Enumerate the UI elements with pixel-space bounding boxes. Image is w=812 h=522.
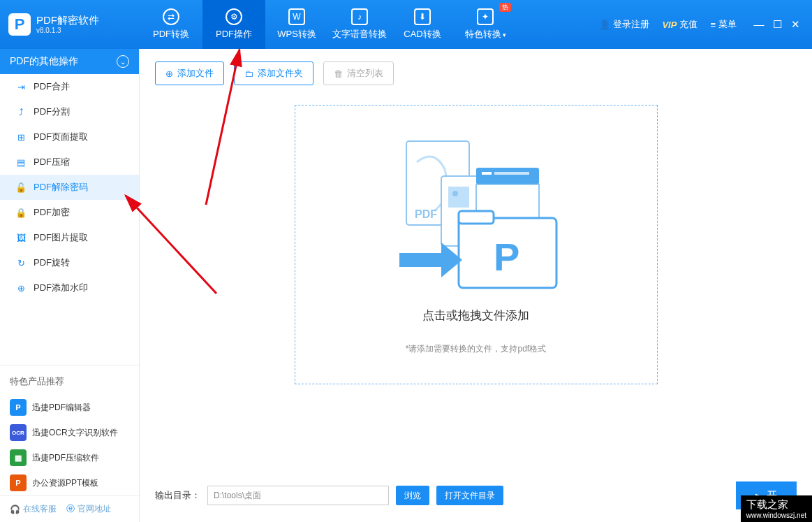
menu-icon: ≡ — [710, 20, 716, 30]
drop-zone[interactable]: PDF P 点击或拖拽文件添加 *请添加需要转换的文件，支持 — [295, 105, 658, 384]
wps-icon: W — [288, 8, 305, 25]
sidebar-item-merge[interactable]: ⇥PDF合并 — [0, 74, 139, 99]
online-service[interactable]: 🎧在线客服 — [10, 503, 57, 515]
sidebar-item-remove-password[interactable]: 🔓PDF解除密码 — [0, 175, 139, 200]
tab-wps-convert[interactable]: W WPS转换 — [265, 0, 328, 49]
split-icon: ⤴ — [15, 106, 27, 117]
add-file-icon: ⊕ — [165, 68, 173, 79]
promo-compress[interactable]: ▦迅捷PDF压缩软件 — [0, 445, 139, 470]
menu-button[interactable]: ≡ 菜单 — [710, 18, 737, 31]
close-button[interactable]: ✕ — [790, 18, 801, 31]
ie-icon: ⓔ — [66, 503, 75, 515]
sidebar-item-rotate[interactable]: ↻PDF旋转 — [0, 250, 139, 275]
sidebar-item-watermark[interactable]: ⊕PDF添加水印 — [0, 275, 139, 300]
tab-label: CAD转换 — [404, 28, 441, 41]
drop-hint-text: *请添加需要转换的文件，支持pdf格式 — [406, 343, 546, 355]
promo-icon: P — [10, 399, 27, 416]
svg-text:P: P — [494, 235, 519, 279]
app-header: P PDF解密软件 v8.0.1.3 ⇄ PDF转换 ⚙ PDF操作 W WPS… — [0, 0, 812, 49]
tab-label: PDF操作 — [216, 28, 252, 41]
chevron-down-icon: ▾ — [503, 31, 506, 38]
sidebar-item-split[interactable]: ⤴PDF分割 — [0, 99, 139, 124]
tab-text-speech[interactable]: ♪ 文字语音转换 — [328, 0, 391, 49]
sidebar-item-encrypt[interactable]: 🔒PDF加密 — [0, 200, 139, 225]
sidebar-item-extract-page[interactable]: ⊞PDF页面提取 — [0, 124, 139, 150]
clear-list-button[interactable]: 🗑清空列表 — [323, 61, 394, 85]
promo-icon: ▦ — [10, 449, 27, 466]
sidebar-promo: 特色产品推荐 P迅捷PDF编辑器 OCR迅捷OCR文字识别软件 ▦迅捷PDF压缩… — [0, 365, 139, 522]
tab-special-convert[interactable]: 热 ✦ 特色转换▾ — [454, 0, 517, 49]
tab-label: 文字语音转换 — [332, 28, 387, 41]
header-right: 👤 登录注册 VIP 充值 ≡ 菜单 — ☐ ✕ — [599, 18, 812, 31]
svg-text:PDF: PDF — [415, 208, 437, 220]
watermark-icon: ⊕ — [15, 282, 27, 293]
sidebar-footer: 🎧在线客服 ⓔ官网地址 — [0, 495, 139, 522]
extract-page-icon: ⊞ — [15, 131, 27, 143]
cad-icon: ⬇ — [414, 8, 431, 25]
convert-icon: ⇄ — [163, 8, 179, 25]
hot-badge: 热 — [499, 3, 511, 12]
tab-label: 特色转换 — [465, 29, 501, 39]
promo-icon: P — [10, 474, 27, 491]
drop-main-text: 点击或拖拽文件添加 — [422, 307, 529, 324]
rotate-icon: ↻ — [15, 257, 27, 268]
user-icon: 👤 — [599, 20, 610, 30]
compress-icon: ▤ — [15, 157, 27, 168]
tab-pdf-operate[interactable]: ⚙ PDF操作 — [202, 0, 265, 49]
sidebar-item-extract-image[interactable]: 🖼PDF图片提取 — [0, 225, 139, 250]
official-site[interactable]: ⓔ官网地址 — [66, 503, 111, 515]
special-icon: ✦ — [477, 8, 494, 25]
browse-button[interactable]: 浏览 — [396, 486, 429, 505]
login-register[interactable]: 👤 登录注册 — [599, 18, 649, 31]
svg-rect-8 — [494, 172, 529, 175]
image-icon: 🖼 — [15, 232, 27, 243]
promo-title: 特色产品推荐 — [0, 365, 139, 395]
add-folder-button[interactable]: 🗀添加文件夹 — [234, 61, 313, 85]
lock-icon: 🔒 — [15, 207, 27, 218]
merge-icon: ⇥ — [15, 81, 27, 92]
drop-illustration: PDF P — [385, 134, 567, 295]
tab-label: PDF转换 — [153, 28, 189, 41]
tab-cad-convert[interactable]: ⬇ CAD转换 — [391, 0, 454, 49]
sidebar: PDF的其他操作 ⌄ ⇥PDF合并 ⤴PDF分割 ⊞PDF页面提取 ▤PDF压缩… — [0, 49, 140, 522]
content-toolbar: ⊕添加文件 🗀添加文件夹 🗑清空列表 — [155, 61, 797, 85]
promo-pdf-editor[interactable]: P迅捷PDF编辑器 — [0, 395, 139, 420]
main-area: PDF的其他操作 ⌄ ⇥PDF合并 ⤴PDF分割 ⊞PDF页面提取 ▤PDF压缩… — [0, 49, 812, 522]
app-title: PDF解密软件 — [36, 15, 99, 27]
svg-rect-10 — [459, 211, 494, 224]
vip-text: VIP — [662, 20, 677, 30]
app-version: v8.0.1.3 — [36, 27, 99, 34]
add-file-button[interactable]: ⊕添加文件 — [155, 61, 224, 85]
app-logo-icon: P — [8, 13, 31, 36]
maximize-button[interactable]: ☐ — [772, 18, 783, 31]
sidebar-item-compress[interactable]: ▤PDF压缩 — [0, 150, 139, 175]
content-area: ⊕添加文件 🗀添加文件夹 🗑清空列表 PDF — [140, 49, 812, 522]
gear-icon: ⚙ — [226, 8, 242, 25]
nav-tabs: ⇄ PDF转换 ⚙ PDF操作 W WPS转换 ♪ 文字语音转换 ⬇ CAD转换… — [140, 0, 517, 49]
svg-point-4 — [452, 191, 458, 196]
unlock-icon: 🔓 — [15, 182, 27, 193]
promo-ppt[interactable]: P办公资源PPT模板 — [0, 470, 139, 495]
svg-rect-7 — [482, 172, 492, 175]
audio-icon: ♪ — [351, 8, 368, 25]
trash-icon: 🗑 — [334, 68, 343, 79]
minimize-button[interactable]: — — [753, 18, 765, 31]
sidebar-list: ⇥PDF合并 ⤴PDF分割 ⊞PDF页面提取 ▤PDF压缩 🔓PDF解除密码 🔒… — [0, 74, 139, 300]
output-bar: 输出目录： 浏览 打开文件目录 ▸ 开 — [155, 467, 797, 509]
tab-label: WPS转换 — [277, 28, 316, 41]
headset-icon: 🎧 — [10, 505, 20, 514]
output-path-input[interactable] — [207, 486, 389, 505]
vip-recharge[interactable]: VIP 充值 — [662, 18, 697, 31]
promo-ocr[interactable]: OCR迅捷OCR文字识别软件 — [0, 420, 139, 445]
promo-icon: OCR — [10, 424, 27, 441]
tab-pdf-convert[interactable]: ⇄ PDF转换 — [140, 0, 202, 49]
collapse-icon[interactable]: ⌄ — [117, 55, 129, 68]
add-folder-icon: 🗀 — [244, 68, 253, 79]
svg-rect-3 — [448, 187, 469, 208]
sidebar-header[interactable]: PDF的其他操作 ⌄ — [0, 49, 139, 74]
watermark: 下载之家 www.windowszj.net — [741, 495, 812, 522]
open-dir-button[interactable]: 打开文件目录 — [436, 486, 503, 505]
svg-rect-5 — [476, 168, 539, 184]
logo-area: P PDF解密软件 v8.0.1.3 — [0, 13, 140, 36]
output-label: 输出目录： — [155, 489, 200, 502]
